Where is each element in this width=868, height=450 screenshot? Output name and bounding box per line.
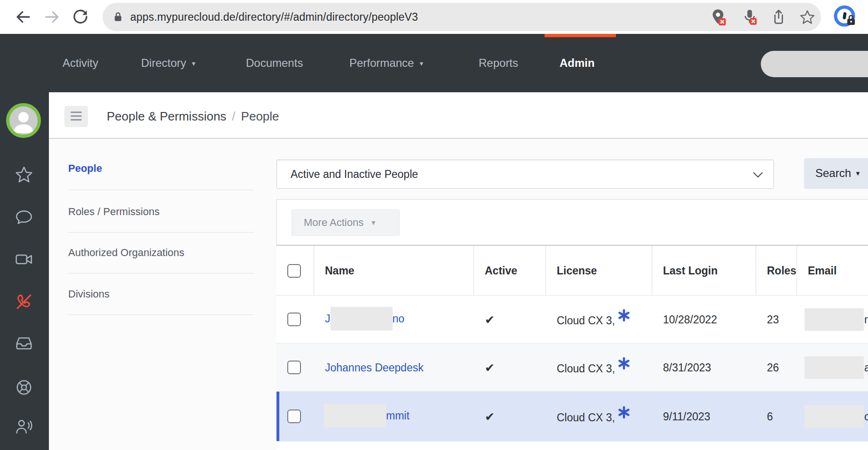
roles-count-cell: 6	[767, 410, 773, 423]
redacted-name-box	[331, 307, 393, 330]
active-check-icon: ✔	[485, 410, 495, 423]
lock-icon	[112, 11, 124, 23]
nav-item-activity[interactable]: Activity	[63, 56, 98, 70]
inbox-icon[interactable]	[15, 334, 33, 353]
row-checkbox[interactable]	[287, 361, 301, 374]
table-row[interactable]: Johannes Deepdesk ✔ Cloud CX 3, 8/31/202…	[276, 344, 868, 392]
admin-menu-toggle-button[interactable]	[64, 106, 88, 127]
browser-toolbar: apps.mypurecloud.de/directory/#/admin/di…	[0, 0, 868, 34]
help-ring-icon[interactable]	[15, 378, 33, 397]
license-cell: Cloud CX 3,	[557, 409, 630, 424]
breadcrumb: People & Permissions/People	[107, 109, 279, 124]
last-login-cell: 8/31/2023	[663, 361, 711, 374]
user-presence-avatar[interactable]	[6, 103, 41, 138]
column-header-name: Name	[325, 264, 355, 277]
breadcrumb-current: People	[241, 109, 279, 123]
select-all-checkbox[interactable]	[287, 264, 301, 278]
chat-icon[interactable]	[15, 208, 33, 226]
menu-divider	[68, 232, 254, 233]
menu-divider	[68, 190, 254, 190]
menu-divider	[68, 314, 254, 315]
person-name-link[interactable]: Jno	[325, 308, 404, 331]
license-asterisk-icon	[618, 406, 630, 418]
people-filter-value: Active and Inactive People	[291, 168, 418, 181]
email-edge-fragment: c	[864, 410, 868, 423]
selected-row-indicator	[276, 392, 279, 441]
column-header-roles: Roles	[767, 264, 797, 277]
browser-forward-icon[interactable]	[43, 8, 61, 26]
location-blocked-icon[interactable]	[710, 8, 726, 25]
row-checkbox[interactable]	[287, 410, 301, 423]
email-edge-fragment: n	[864, 313, 868, 326]
sidebar-item-roles-permissions[interactable]: Roles / Permissions	[68, 206, 159, 218]
nav-item-documents[interactable]: Documents	[246, 56, 303, 70]
person-broadcast-icon[interactable]	[15, 417, 33, 436]
mic-blocked-icon[interactable]	[742, 8, 757, 25]
person-name-link[interactable]: mmit	[324, 405, 410, 428]
chevron-down-icon	[753, 172, 763, 178]
redacted-email-box	[805, 405, 864, 428]
share-icon[interactable]	[771, 9, 786, 25]
column-header-active: Active	[485, 264, 517, 277]
browser-reload-icon[interactable]	[71, 8, 89, 26]
caret-down-icon: ▼	[370, 219, 377, 226]
active-check-icon: ✔	[485, 313, 495, 326]
column-header-license: License	[557, 264, 597, 277]
sidebar-item-people[interactable]: People	[68, 162, 102, 175]
password-manager-extension-icon[interactable]	[833, 5, 857, 28]
breadcrumb-separator: /	[226, 109, 241, 123]
column-header-email: Email	[808, 264, 836, 277]
active-tab-indicator	[544, 34, 616, 37]
phone-disabled-icon[interactable]	[14, 292, 34, 312]
nav-item-performance[interactable]: Performance▾	[349, 56, 423, 70]
roles-count-cell: 26	[767, 361, 779, 374]
redacted-name-box	[324, 404, 386, 427]
menu-divider	[68, 273, 254, 273]
browser-back-icon[interactable]	[14, 8, 32, 26]
redacted-email-box	[805, 356, 864, 379]
table-row[interactable]: Jno ✔ Cloud CX 3, 10/28/2022 23 n	[276, 296, 868, 344]
sidebar-item-divisions[interactable]: Divisions	[68, 288, 110, 300]
sidebar-item-authorized-organizations[interactable]: Authorized Organizations	[68, 247, 184, 259]
last-login-cell: 10/28/2022	[663, 313, 717, 326]
caret-down-icon: ▾	[419, 59, 423, 67]
nav-item-directory[interactable]: Directory▾	[141, 56, 196, 70]
favorites-star-icon[interactable]	[15, 165, 33, 184]
more-actions-label: More Actions▼	[304, 217, 377, 229]
license-asterisk-icon	[618, 309, 630, 321]
nav-item-reports[interactable]: Reports	[479, 56, 518, 70]
license-asterisk-icon	[618, 357, 630, 370]
row-checkbox[interactable]	[287, 313, 301, 326]
license-cell: Cloud CX 3,	[557, 312, 630, 327]
table-row-partial	[276, 442, 868, 450]
last-login-cell: 9/11/2023	[663, 410, 710, 423]
caret-down-icon: ▾	[192, 59, 196, 67]
email-edge-fragment: a	[864, 361, 868, 374]
url-text: apps.mypurecloud.de/directory/#/admin/di…	[130, 11, 418, 24]
bookmark-star-icon[interactable]	[799, 9, 815, 25]
person-name-link[interactable]: Johannes Deepdesk	[325, 361, 424, 374]
roles-count-cell: 23	[767, 313, 779, 326]
table-row-selected[interactable]: mmit ✔ Cloud CX 3, 9/11/2023 6 c	[276, 392, 868, 442]
column-header-last-login: Last Login	[663, 264, 718, 277]
redacted-email-box	[805, 308, 864, 331]
app-top-nav	[0, 34, 868, 92]
table-header-row: Name Active License Last Login Roles Ema…	[276, 245, 868, 296]
breadcrumb-section[interactable]: People & Permissions	[107, 109, 226, 123]
caret-down-icon: ▼	[855, 170, 861, 177]
video-meeting-icon[interactable]	[15, 250, 33, 269]
global-search-input[interactable]	[761, 51, 868, 77]
license-cell: Cloud CX 3,	[557, 360, 630, 375]
search-button-label: Search▼	[815, 167, 861, 180]
nav-item-admin[interactable]: Admin	[560, 56, 595, 70]
active-check-icon: ✔	[485, 361, 495, 374]
